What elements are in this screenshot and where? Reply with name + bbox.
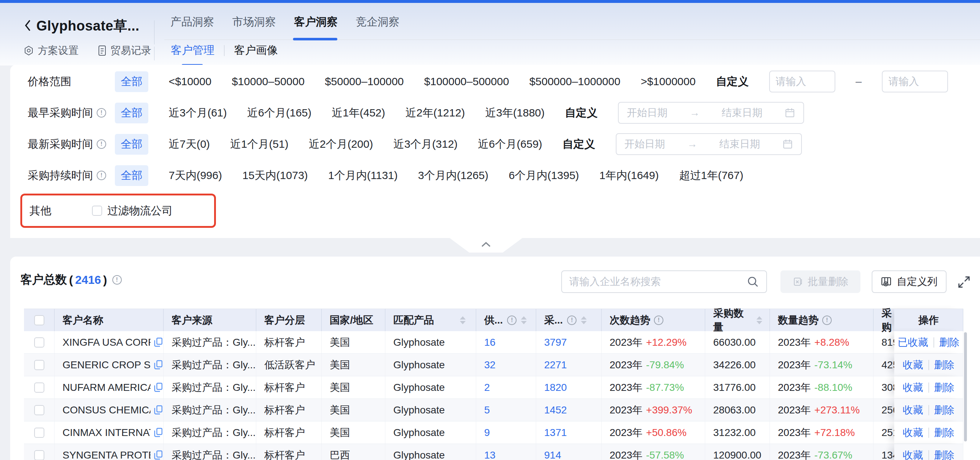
custom-range-label[interactable]: 自定义 bbox=[716, 74, 749, 89]
company-search-box[interactable] bbox=[561, 270, 767, 293]
search-input[interactable] bbox=[569, 276, 747, 288]
row-checkbox[interactable] bbox=[34, 337, 45, 348]
purchases-count-link[interactable]: 914 bbox=[544, 449, 561, 460]
filter-option-all[interactable]: 全部 bbox=[115, 103, 148, 123]
trade-records-button[interactable]: 贸易记录 bbox=[97, 44, 151, 58]
customer-total-count[interactable]: 2416 bbox=[75, 273, 101, 287]
delete-button[interactable]: 删除 bbox=[939, 335, 959, 349]
filter-option[interactable]: 近1个月(51) bbox=[230, 137, 288, 152]
filter-option[interactable]: 近6个月(165) bbox=[247, 105, 312, 120]
filter-option[interactable]: 1个月内(1131) bbox=[328, 168, 398, 183]
delete-button[interactable]: 删除 bbox=[934, 381, 955, 395]
info-icon[interactable] bbox=[567, 316, 576, 325]
favorite-button[interactable]: 收藏 bbox=[903, 403, 923, 417]
filter-option[interactable]: $50000–100000 bbox=[325, 75, 404, 88]
filter-option[interactable]: 近3个月(312) bbox=[393, 137, 458, 152]
sort-control[interactable] bbox=[521, 316, 527, 324]
suppliers-count-link[interactable]: 9 bbox=[484, 427, 490, 439]
favorite-button[interactable]: 收藏 bbox=[903, 358, 923, 372]
sort-control[interactable] bbox=[460, 316, 466, 324]
filter-option[interactable]: 1年内(1649) bbox=[600, 168, 659, 183]
filter-option[interactable]: 超过1年(767) bbox=[679, 168, 743, 183]
filter-option[interactable]: 近2个月(200) bbox=[309, 137, 373, 152]
delete-button[interactable]: 删除 bbox=[934, 448, 955, 460]
suppliers-count-link[interactable]: 2 bbox=[484, 382, 490, 393]
select-all-checkbox[interactable] bbox=[34, 315, 45, 325]
copy-icon[interactable] bbox=[153, 337, 163, 348]
delete-button[interactable]: 删除 bbox=[934, 426, 955, 439]
purchases-count-link[interactable]: 1452 bbox=[544, 404, 567, 416]
favorite-button[interactable]: 收藏 bbox=[903, 426, 923, 439]
info-icon[interactable] bbox=[97, 108, 106, 118]
info-icon[interactable] bbox=[822, 316, 832, 325]
suppliers-count-link[interactable]: 16 bbox=[484, 337, 495, 348]
filter-option-all[interactable]: 全部 bbox=[115, 134, 148, 155]
filter-option[interactable]: $100000–500000 bbox=[424, 75, 509, 88]
purchases-count-link[interactable]: 2271 bbox=[544, 359, 567, 371]
filter-option[interactable]: 近2年(1212) bbox=[405, 105, 465, 120]
info-icon[interactable] bbox=[97, 171, 106, 180]
collapse-filters-control[interactable] bbox=[450, 238, 522, 252]
filter-option[interactable]: 15天内(1073) bbox=[242, 168, 308, 183]
copy-icon[interactable] bbox=[153, 359, 163, 370]
purchases-count-link[interactable]: 1371 bbox=[544, 427, 567, 439]
filter-option[interactable]: 近1年(452) bbox=[332, 105, 385, 120]
filter-logistics-label[interactable]: 过滤物流公司 bbox=[107, 203, 173, 218]
vertical-scrollbar[interactable] bbox=[964, 332, 967, 441]
filter-option[interactable]: 近3年(1880) bbox=[485, 105, 544, 120]
custom-columns-button[interactable]: 自定义列 bbox=[872, 270, 947, 293]
favorite-button[interactable]: 收藏 bbox=[903, 448, 923, 460]
info-icon[interactable] bbox=[112, 275, 122, 284]
row-checkbox[interactable] bbox=[34, 450, 45, 460]
sort-control[interactable] bbox=[756, 316, 762, 324]
tab-market-insight[interactable]: 市场洞察 bbox=[232, 12, 276, 40]
search-icon[interactable] bbox=[747, 275, 759, 288]
delete-button[interactable]: 删除 bbox=[934, 358, 955, 372]
subtab-customer-management[interactable]: 客户管理 bbox=[171, 43, 215, 58]
copy-icon[interactable] bbox=[153, 405, 163, 415]
purchases-count-link[interactable]: 3797 bbox=[544, 337, 567, 348]
custom-range-label[interactable]: 自定义 bbox=[565, 105, 598, 120]
filter-option[interactable]: >$1000000 bbox=[641, 75, 696, 88]
subtab-customer-profile[interactable]: 客户画像 bbox=[234, 43, 278, 58]
filter-logistics-checkbox[interactable] bbox=[92, 206, 102, 216]
price-min-input[interactable] bbox=[769, 70, 835, 93]
suppliers-count-link[interactable]: 13 bbox=[484, 449, 495, 460]
date-range-picker[interactable]: 开始日期 → 结束日期 bbox=[616, 133, 802, 155]
price-max-input[interactable] bbox=[882, 70, 948, 93]
filter-option[interactable]: 近6个月(659) bbox=[478, 137, 542, 152]
fullscreen-button[interactable] bbox=[956, 274, 972, 290]
info-icon[interactable] bbox=[97, 139, 106, 149]
tab-competitor-insight[interactable]: 竞企洞察 bbox=[356, 12, 399, 40]
suppliers-count-link[interactable]: 5 bbox=[484, 404, 490, 416]
copy-icon[interactable] bbox=[153, 382, 163, 393]
copy-icon[interactable] bbox=[153, 450, 163, 460]
copy-icon[interactable] bbox=[153, 427, 163, 438]
filter-option[interactable]: 3个月内(1265) bbox=[418, 168, 488, 183]
back-button[interactable] bbox=[23, 18, 34, 33]
info-icon[interactable] bbox=[654, 316, 663, 325]
scheme-settings-button[interactable]: 方案设置 bbox=[23, 44, 78, 58]
row-checkbox[interactable] bbox=[34, 428, 45, 438]
filter-option[interactable]: $10000–50000 bbox=[232, 75, 305, 88]
suppliers-count-link[interactable]: 32 bbox=[484, 359, 495, 371]
row-checkbox[interactable] bbox=[34, 360, 45, 370]
row-checkbox[interactable] bbox=[34, 382, 45, 393]
filter-option-all[interactable]: 全部 bbox=[115, 71, 148, 92]
info-icon[interactable] bbox=[507, 316, 517, 325]
batch-delete-button[interactable]: 批量删除 bbox=[780, 270, 861, 293]
filter-option[interactable]: <$10000 bbox=[169, 75, 212, 88]
filter-option[interactable]: $500000–1000000 bbox=[529, 75, 620, 88]
custom-range-label[interactable]: 自定义 bbox=[563, 137, 595, 152]
filter-option[interactable]: 近3个月(61) bbox=[169, 105, 227, 120]
filter-option-all[interactable]: 全部 bbox=[115, 165, 148, 186]
filter-option[interactable]: 7天内(996) bbox=[169, 168, 222, 183]
tab-customer-insight[interactable]: 客户洞察 bbox=[294, 12, 338, 40]
filter-option[interactable]: 6个月内(1395) bbox=[509, 168, 579, 183]
delete-button[interactable]: 删除 bbox=[934, 403, 955, 417]
purchases-count-link[interactable]: 1820 bbox=[544, 382, 567, 393]
favorite-button[interactable]: 已收藏 bbox=[898, 335, 928, 349]
sort-control[interactable] bbox=[581, 316, 587, 324]
tab-product-insight[interactable]: 产品洞察 bbox=[170, 12, 214, 40]
filter-option[interactable]: 近7天(0) bbox=[169, 137, 210, 152]
